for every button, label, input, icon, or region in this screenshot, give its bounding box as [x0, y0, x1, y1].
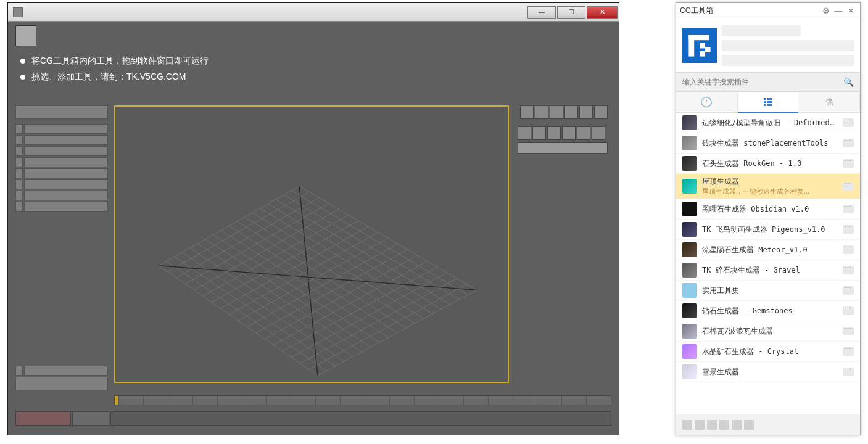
left-panel-toggle[interactable]	[15, 191, 23, 200]
status-segment[interactable]	[72, 411, 109, 426]
maximize-button[interactable]	[557, 6, 585, 18]
plugin-item[interactable]: 黑曜石生成器 Obsidian v1.0	[676, 199, 860, 220]
left-panel-toggle[interactable]	[15, 179, 23, 189]
search-icon[interactable]: 🔍	[843, 77, 854, 87]
viewport-icon[interactable]	[594, 105, 608, 119]
comment-icon[interactable]	[843, 266, 854, 274]
left-panel-row[interactable]	[24, 124, 108, 134]
gear-icon[interactable]: ⚙	[820, 6, 832, 17]
plugin-item[interactable]: 砖块生成器 stonePlacementTools	[676, 133, 860, 154]
tab-recent[interactable]: 🕘	[676, 92, 738, 113]
comment-icon[interactable]	[843, 368, 854, 376]
svg-line-29	[190, 248, 353, 356]
comment-icon[interactable]	[843, 205, 854, 213]
footer-square[interactable]	[732, 420, 742, 430]
plugin-item[interactable]: 雪景生成器	[676, 362, 860, 382]
svg-line-23	[213, 235, 379, 343]
right-panel-tab[interactable]	[562, 126, 576, 140]
plugin-thumbnail	[682, 179, 697, 194]
viewport-icon[interactable]	[564, 105, 578, 119]
footer-square[interactable]	[744, 420, 754, 430]
comment-icon[interactable]	[843, 286, 854, 295]
status-segment[interactable]	[15, 411, 71, 426]
toolbox-header-field	[722, 55, 854, 66]
plugin-item[interactable]: TK 碎石块生成器 - Gravel	[676, 260, 860, 281]
right-panel-field[interactable]	[518, 142, 608, 154]
right-panel-tab[interactable]	[592, 126, 605, 140]
comment-icon[interactable]	[843, 118, 854, 127]
right-panel-tab[interactable]	[547, 126, 561, 140]
right-panel-tab[interactable]	[532, 126, 546, 140]
comment-icon[interactable]	[843, 306, 854, 315]
left-panel-toggle[interactable]	[15, 146, 23, 156]
comment-icon[interactable]	[843, 182, 854, 191]
footer-square[interactable]	[719, 420, 729, 430]
plugin-item[interactable]: 屋顶生成器屋顶生成器，一键秒速生成各种复...	[676, 174, 860, 199]
plugin-item[interactable]: 钻石生成器 - Gemstones	[676, 301, 860, 321]
svg-line-20	[247, 244, 397, 326]
left-panel-row[interactable]	[24, 135, 108, 145]
timeline[interactable]	[114, 395, 611, 405]
tab-list[interactable]	[738, 92, 799, 113]
search-input[interactable]	[682, 78, 843, 86]
plugin-label: 边缘细化/模型导角做旧 - Deformed Edges v	[702, 118, 838, 128]
plugin-list[interactable]: 边缘细化/模型导角做旧 - Deformed Edges v砖块生成器 ston…	[676, 113, 860, 414]
svg-line-32	[300, 279, 457, 364]
comment-icon[interactable]	[843, 139, 854, 147]
comment-icon[interactable]	[843, 327, 854, 335]
plugin-label: 砖块生成器 stonePlacementTools	[702, 138, 838, 149]
right-panel-tab[interactable]	[577, 126, 590, 140]
left-panel-toggle[interactable]	[15, 135, 23, 145]
plugin-item[interactable]: 石棉瓦/波浪瓦生成器	[676, 321, 860, 342]
left-panel	[15, 105, 108, 213]
footer-square[interactable]	[695, 420, 705, 430]
comment-icon[interactable]	[843, 347, 854, 356]
left-panel-toggle[interactable]	[15, 366, 23, 376]
comment-icon[interactable]	[843, 245, 854, 254]
plugin-label: 黑曜石生成器 Obsidian v1.0	[702, 204, 838, 215]
left-panel-row[interactable]	[24, 202, 108, 212]
plugin-item[interactable]: 石头生成器 RockGen - 1.0	[676, 154, 860, 174]
left-panel-row[interactable]	[24, 191, 108, 200]
tab-lab[interactable]: ⚗	[798, 92, 860, 113]
left-panel-row[interactable]	[24, 146, 108, 156]
viewport-3d[interactable]	[114, 105, 509, 383]
window-titlebar[interactable]	[8, 3, 619, 22]
right-panel-tab[interactable]	[518, 126, 531, 140]
left-panel-toggle[interactable]	[15, 168, 23, 178]
minimize-icon[interactable]: —	[833, 6, 844, 17]
left-panel-toggle[interactable]	[15, 157, 23, 167]
viewport-icon[interactable]	[550, 105, 563, 119]
plugin-label: 雪景生成器	[702, 367, 838, 377]
left-panel-toggle[interactable]	[15, 124, 23, 134]
footer-square[interactable]	[682, 420, 692, 430]
left-panel-row[interactable]	[24, 168, 108, 178]
plugin-item[interactable]: TK 飞鸟动画生成器 Pigeons_v1.0	[676, 220, 860, 240]
toolbox-logo	[682, 28, 717, 63]
footer-square[interactable]	[707, 420, 717, 430]
minimize-button[interactable]	[527, 6, 556, 18]
left-panel-row[interactable]	[24, 157, 108, 167]
plugin-item[interactable]: 边缘细化/模型导角做旧 - Deformed Edges v	[676, 113, 860, 133]
plugin-item[interactable]: 水晶矿石生成器 - Crystal	[676, 342, 860, 362]
comment-icon[interactable]	[843, 225, 854, 234]
plugin-thumbnail	[682, 324, 697, 339]
close-button[interactable]	[587, 6, 618, 18]
left-panel-footer[interactable]	[15, 377, 108, 390]
viewport-icon[interactable]	[520, 105, 534, 119]
plugin-item[interactable]: 流星陨石生成器 Meteor_v1.0	[676, 240, 860, 260]
left-panel-row[interactable]	[24, 366, 108, 376]
left-panel-row[interactable]	[24, 179, 108, 189]
comment-icon[interactable]	[843, 159, 854, 168]
close-icon[interactable]: ✕	[845, 6, 856, 17]
viewport-icon[interactable]	[535, 105, 548, 119]
plugin-thumbnail	[682, 242, 697, 257]
left-panel-header[interactable]	[15, 105, 108, 119]
plugin-item[interactable]: 实用工具集	[676, 281, 860, 301]
toolbox-search[interactable]: 🔍	[676, 72, 860, 92]
plugin-thumbnail	[682, 202, 697, 216]
toolbox-titlebar[interactable]: CG工具箱 ⚙ — ✕	[676, 3, 860, 19]
left-panel-toggle[interactable]	[15, 202, 23, 212]
viewport-icon[interactable]	[579, 105, 593, 119]
app-menu-button[interactable]	[15, 25, 36, 46]
